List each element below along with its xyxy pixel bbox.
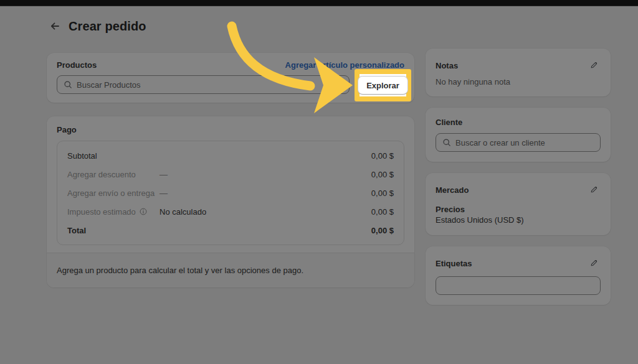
browse-button[interactable]: Explorar — [358, 76, 408, 95]
highlight-frame: Explorar — [355, 69, 411, 101]
create-order-page: Crear pedido Productos Agregar artículo … — [0, 0, 638, 364]
dim-overlay — [0, 0, 638, 364]
